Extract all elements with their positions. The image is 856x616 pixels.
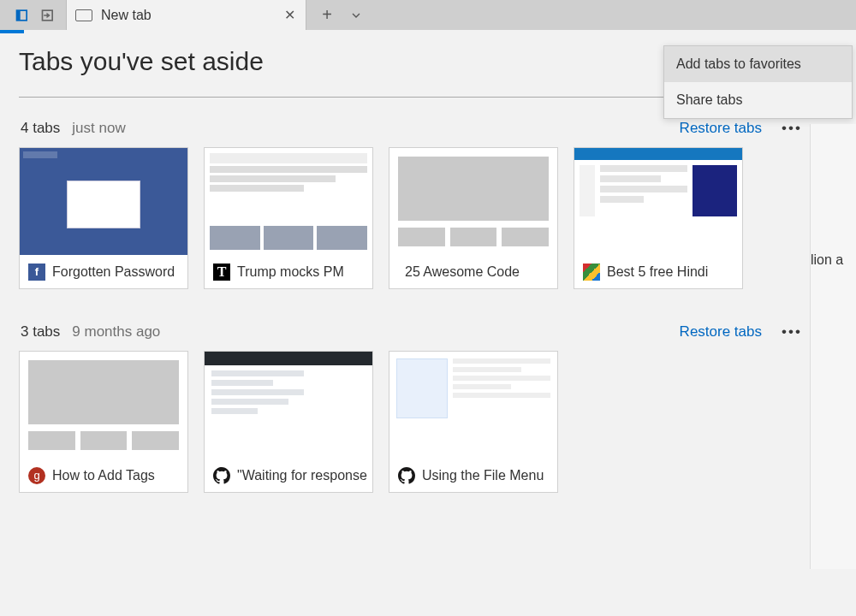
tab-group-header: 4 tabs just now Restore tabs ••• ✕ [19, 120, 837, 137]
restore-tabs-link[interactable]: Restore tabs [680, 323, 762, 341]
tab-group-header: 3 tabs 9 months ago Restore tabs ••• ✕ [19, 323, 837, 341]
group-more-button[interactable]: ••• [779, 323, 805, 341]
google-plus-icon: g [28, 467, 45, 484]
tab-title: "Waiting for response [237, 468, 367, 483]
aside-tab-card[interactable]: Best 5 free Hindi [574, 147, 743, 289]
group-count: 3 tabs [21, 323, 60, 341]
aside-tab-card[interactable]: T Trump mocks PM [204, 147, 373, 289]
tab-thumbnail [574, 148, 742, 255]
tab-thumbnail [389, 148, 557, 255]
browser-titlebar: New tab ✕ + [0, 0, 856, 30]
group-time: 9 months ago [72, 323, 160, 341]
new-tab-button[interactable]: + [318, 7, 336, 24]
tab-close-button[interactable]: ✕ [282, 7, 297, 23]
titlebar-right-controls: + [306, 0, 377, 30]
tab-thumbnail [205, 352, 372, 459]
windowsclub-icon [583, 264, 600, 281]
tab-title: Best 5 free Hindi [607, 264, 708, 280]
aside-tab-card[interactable]: "Waiting for response [204, 351, 373, 493]
aside-tab-card[interactable]: f Forgotten Password [19, 147, 188, 289]
restore-tabs-link[interactable]: Restore tabs [680, 120, 762, 137]
tab-title: 25 Awesome Code [405, 264, 520, 280]
context-menu: Add tabs to favorites Share tabs [663, 45, 853, 119]
github-icon [398, 467, 415, 484]
set-aside-icon[interactable] [15, 7, 32, 24]
tab-thumbnail [205, 148, 372, 255]
aside-tab-card[interactable]: 25 Awesome Code [389, 147, 558, 289]
tab-group-grid: f Forgotten Password T Trump mocks PM 25… [19, 147, 837, 289]
tab-favicon [75, 9, 92, 21]
tab-thumbnail [389, 352, 557, 459]
view-aside-icon[interactable] [40, 7, 57, 24]
tab-title: How to Add Tags [52, 468, 155, 483]
browser-tab[interactable]: New tab ✕ [67, 0, 306, 30]
tab-title: Trump mocks PM [237, 264, 344, 280]
group-count: 4 tabs [21, 120, 60, 137]
tab-title: Forgotten Password [52, 264, 175, 280]
tab-thumbnail [20, 148, 187, 255]
active-indicator [0, 30, 24, 33]
group-time: just now [72, 120, 125, 137]
tab-thumbnail [20, 352, 187, 459]
github-icon [213, 467, 230, 484]
tab-title: Using the File Menu [422, 468, 544, 483]
aside-tab-card[interactable]: Using the File Menu [389, 351, 558, 493]
under-text: lion a [811, 252, 843, 267]
nyt-icon: T [213, 264, 230, 281]
aside-tab-card[interactable]: g How to Add Tags [19, 351, 188, 493]
tab-title: New tab [101, 8, 273, 23]
ctx-share-tabs[interactable]: Share tabs [664, 82, 852, 118]
tab-group-grid: g How to Add Tags "Waiting for response [19, 351, 837, 493]
tab-list-chevron[interactable] [348, 7, 365, 24]
facebook-icon: f [28, 264, 45, 281]
underlying-page-sliver: lion a [810, 124, 856, 569]
group-more-button[interactable]: ••• [779, 120, 805, 137]
titlebar-left-controls [0, 0, 67, 30]
svg-rect-1 [17, 10, 21, 21]
ctx-add-tabs-favorites[interactable]: Add tabs to favorites [664, 46, 852, 82]
